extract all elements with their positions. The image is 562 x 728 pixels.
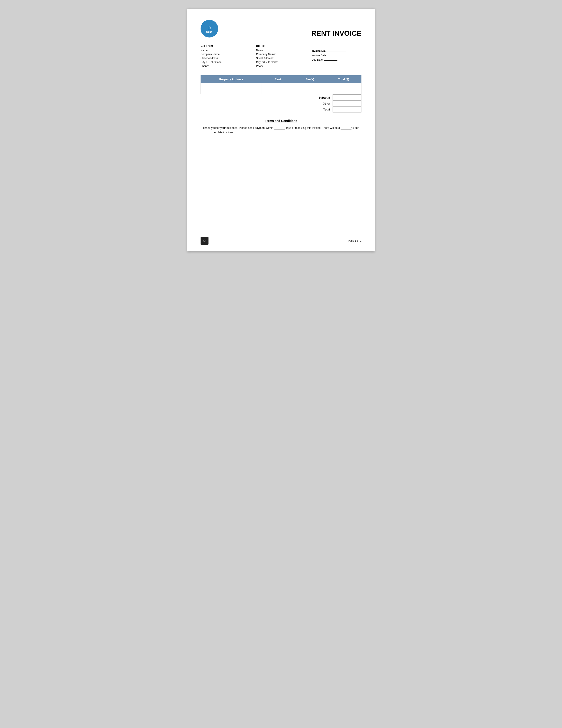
- rent-cell[interactable]: [262, 83, 294, 94]
- col-property-address: Property Address: [201, 75, 262, 83]
- totals-section: Subtotal Other Total: [201, 94, 361, 112]
- invoice-date-row: Invoice Date:: [311, 54, 361, 57]
- bill-to-city: City, ST ZIP Code:: [256, 61, 311, 64]
- page-title: RENT INVOICE: [311, 29, 361, 37]
- table-row: [201, 83, 361, 94]
- fees-cell[interactable]: [294, 83, 326, 94]
- col-fees: Fee(s): [294, 75, 326, 83]
- property-address-cell[interactable]: [201, 83, 262, 94]
- bill-to-street: Street Address:: [256, 57, 311, 60]
- bill-from-column: Bill From Name: Company Name: Street Add…: [201, 44, 256, 69]
- subtotal-row: Subtotal: [294, 95, 361, 101]
- bill-to-company: Company Name:: [256, 53, 311, 56]
- bill-to-phone-field[interactable]: [265, 67, 285, 67]
- col-total: Total ($): [326, 75, 361, 83]
- footer: ⧉ Page 1 of 2: [201, 237, 361, 245]
- total-label: Total: [294, 107, 332, 112]
- bill-to-column: Bill To Name: Company Name: Street Addre…: [256, 44, 311, 69]
- document-icon: ⧉: [204, 239, 206, 243]
- other-label: Other: [294, 101, 332, 107]
- invoice-date-field[interactable]: [328, 56, 341, 56]
- invoice-number-row: Invoice No.: [311, 49, 361, 52]
- bill-from-city: City, ST ZIP Code:: [201, 61, 256, 64]
- terms-title: Terms and Conditions: [201, 119, 361, 123]
- footer-icon: ⧉: [201, 237, 209, 245]
- invoice-info-column: Invoice No. Invoice Date: Due Date:: [311, 44, 361, 69]
- bill-to-phone: Phone:: [256, 65, 311, 68]
- bill-from-street: Street Address:: [201, 57, 256, 60]
- header: ⌂ RENT RENT INVOICE: [201, 20, 361, 37]
- terms-text: Thank you for your business. Please send…: [201, 126, 361, 135]
- bill-from-phone: Phone:: [201, 65, 256, 68]
- due-date-field[interactable]: [324, 60, 337, 61]
- bill-to-name: Name:: [256, 49, 311, 52]
- due-date-row: Due Date:: [311, 58, 361, 61]
- subtotal-label: Subtotal: [294, 95, 332, 101]
- col-rent: Rent: [262, 75, 294, 83]
- total-row: Total: [294, 107, 361, 112]
- terms-section: Terms and Conditions Thank you for your …: [201, 119, 361, 135]
- bill-from-company: Company Name:: [201, 53, 256, 56]
- total-cell[interactable]: [326, 83, 361, 94]
- subtotal-value[interactable]: [333, 95, 361, 101]
- other-value[interactable]: [333, 101, 361, 107]
- bill-from-header: Bill From: [201, 44, 256, 47]
- other-row: Other: [294, 101, 361, 107]
- bill-from-phone-field[interactable]: [210, 67, 230, 67]
- invoice-page: ⌂ RENT RENT INVOICE Bill From Name: Comp…: [187, 9, 375, 251]
- logo-text: RENT: [206, 31, 213, 33]
- page-number: Page 1 of 2: [348, 239, 361, 242]
- logo: ⌂ RENT: [201, 20, 218, 37]
- billing-section: Bill From Name: Company Name: Street Add…: [201, 44, 361, 69]
- totals-table: Subtotal Other Total: [294, 94, 361, 112]
- invoice-table: Property Address Rent Fee(s) Total ($): [201, 75, 361, 94]
- bill-from-name: Name:: [201, 49, 256, 52]
- bill-to-header: Bill To: [256, 44, 311, 47]
- house-icon: ⌂: [208, 24, 211, 30]
- total-value[interactable]: [333, 107, 361, 112]
